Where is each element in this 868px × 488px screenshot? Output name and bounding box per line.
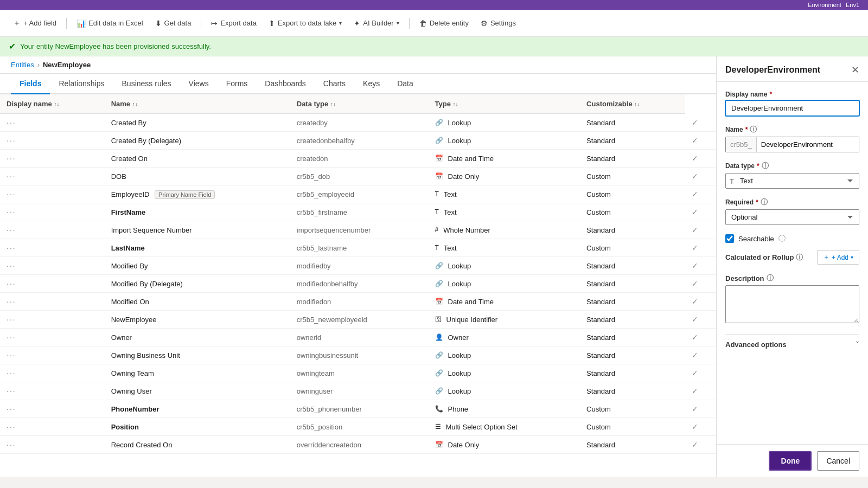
- table-row[interactable]: ··· Created On createdon 📅 Date and Time…: [0, 150, 716, 168]
- row-dots[interactable]: ···: [0, 329, 105, 346]
- row-dots[interactable]: ···: [0, 221, 105, 239]
- success-message: Your entity NewEmployee has been provisi…: [20, 42, 211, 50]
- description-textarea[interactable]: [725, 285, 859, 323]
- table-header-row: Display name ↑↓ Name ↑↓ Data type ↑↓ Typ…: [0, 94, 716, 114]
- table-row[interactable]: ··· Owning User owninguser 🔗 Lookup Stan…: [0, 382, 716, 400]
- tab-data[interactable]: Data: [388, 74, 422, 94]
- table-row[interactable]: ··· Created By createdby 🔗 Lookup Standa…: [0, 114, 716, 132]
- settings-button[interactable]: ⚙ Settings: [476, 17, 520, 30]
- searchable-label: Searchable: [738, 235, 774, 243]
- row-dots[interactable]: ···: [0, 150, 105, 168]
- table-row[interactable]: ··· Owning Team owningteam 🔗 Lookup Stan…: [0, 364, 716, 382]
- col-data-type[interactable]: Data type ↑↓: [290, 94, 429, 114]
- row-customizable: ✓: [685, 132, 716, 150]
- env-label: Environment: [808, 2, 841, 8]
- row-type: Standard: [580, 114, 685, 132]
- display-name-input[interactable]: [725, 100, 859, 116]
- export-lake-button[interactable]: ⬆ Export to data lake ▾: [264, 17, 346, 30]
- row-display-name: Import Sequence Number: [105, 221, 290, 239]
- row-type: Standard: [580, 221, 685, 239]
- display-name-required: *: [769, 91, 772, 98]
- breadcrumb-entities[interactable]: Entities: [11, 61, 34, 69]
- row-dots[interactable]: ···: [0, 257, 105, 275]
- row-dots[interactable]: ···: [0, 239, 105, 257]
- required-info-icon[interactable]: ⓘ: [761, 197, 768, 207]
- table-row[interactable]: ··· Import Sequence Number importsequenc…: [0, 221, 716, 239]
- row-dots[interactable]: ···: [0, 346, 105, 364]
- tab-relationships[interactable]: Relationships: [50, 74, 113, 94]
- searchable-info-icon[interactable]: ⓘ: [778, 234, 786, 243]
- row-dots[interactable]: ···: [0, 275, 105, 293]
- breadcrumb-current: NewEmployee: [43, 61, 91, 69]
- row-name: createdby: [290, 114, 429, 132]
- table-row[interactable]: ··· Modified On modifiedon 📅 Date and Ti…: [0, 293, 716, 311]
- tab-charts[interactable]: Charts: [315, 74, 354, 94]
- table-row[interactable]: ··· PhoneNumber cr5b5_phonenumber 📞 Phon…: [0, 400, 716, 418]
- row-name: cr5b5_position: [290, 418, 429, 436]
- row-name: cr5b5_firstname: [290, 203, 429, 221]
- row-dots[interactable]: ···: [0, 364, 105, 382]
- row-type: Custom: [580, 239, 685, 257]
- panel-close-button[interactable]: ✕: [851, 64, 859, 76]
- required-select[interactable]: Optional Required Recommended: [725, 209, 859, 225]
- type-select-icon: T: [730, 177, 734, 185]
- tab-dashboards[interactable]: Dashboards: [256, 74, 315, 94]
- cancel-button[interactable]: Cancel: [817, 451, 859, 471]
- row-dots[interactable]: ···: [0, 293, 105, 311]
- table-row[interactable]: ··· LastName cr5b5_lastname T Text Custo…: [0, 239, 716, 257]
- table-row[interactable]: ··· Owner ownerid 👤 Owner Standard ✓: [0, 329, 716, 346]
- row-dots[interactable]: ···: [0, 203, 105, 221]
- row-display-name: NewEmployee: [105, 311, 290, 329]
- col-display-name[interactable]: Display name ↑↓: [0, 94, 105, 114]
- row-customizable: ✓: [685, 168, 716, 185]
- col-customizable[interactable]: Customizable ↑↓: [580, 94, 685, 114]
- table-row[interactable]: ··· FirstName cr5b5_firstname T Text Cus…: [0, 203, 716, 221]
- table-row[interactable]: ··· Position cr5b5_position ☰ Multi Sele…: [0, 418, 716, 436]
- col-type[interactable]: Type ↑↓: [429, 94, 580, 114]
- row-dots[interactable]: ···: [0, 436, 105, 454]
- row-dots[interactable]: ···: [0, 168, 105, 185]
- desc-info-icon[interactable]: ⓘ: [767, 273, 774, 283]
- tab-keys[interactable]: Keys: [354, 74, 388, 94]
- table-row[interactable]: ··· Record Created On overriddencreatedo…: [0, 436, 716, 454]
- row-name: modifiedonbehalfby: [290, 275, 429, 293]
- advanced-options-row[interactable]: Advanced options ˅: [725, 334, 859, 354]
- ai-builder-button[interactable]: ✦ AI Builder ▾: [349, 17, 403, 30]
- data-type-info-icon[interactable]: ⓘ: [762, 161, 769, 171]
- calc-info-icon[interactable]: ⓘ: [796, 253, 803, 262]
- calc-add-button[interactable]: ＋ + Add ▾: [817, 250, 859, 265]
- add-field-button[interactable]: ＋ + Add field: [9, 16, 61, 30]
- tab-business-rules[interactable]: Business rules: [113, 74, 180, 94]
- tab-fields[interactable]: Fields: [11, 74, 50, 94]
- row-dots[interactable]: ···: [0, 114, 105, 132]
- table-row[interactable]: ··· DOB cr5b5_dob 📅 Date Only Custom ✓: [0, 168, 716, 185]
- table-row[interactable]: ··· Owning Business Unit owningbusinessu…: [0, 346, 716, 364]
- name-info-icon[interactable]: ⓘ: [750, 125, 757, 134]
- edit-excel-button[interactable]: 📊 Edit data in Excel: [72, 17, 147, 30]
- row-type: Standard: [580, 346, 685, 364]
- table-row[interactable]: ··· NewEmployee cr5b5_newemployeeid ⚿ Un…: [0, 311, 716, 329]
- row-dots[interactable]: ···: [0, 311, 105, 329]
- table-container[interactable]: Display name ↑↓ Name ↑↓ Data type ↑↓ Typ…: [0, 94, 716, 477]
- row-dots[interactable]: ···: [0, 132, 105, 150]
- delete-entity-button[interactable]: 🗑 Delete entity: [415, 17, 473, 30]
- export-data-button[interactable]: ↦ Export data: [207, 17, 261, 30]
- row-dots[interactable]: ···: [0, 185, 105, 203]
- col-name[interactable]: Name ↑↓: [105, 94, 290, 114]
- row-name: cr5b5_newemployeeid: [290, 311, 429, 329]
- done-button[interactable]: Done: [769, 451, 812, 471]
- table-row[interactable]: ··· Modified By modifiedby 🔗 Lookup Stan…: [0, 257, 716, 275]
- table-row[interactable]: ··· Modified By (Delegate) modifiedonbeh…: [0, 275, 716, 293]
- get-data-button[interactable]: ⬇ Get data: [151, 17, 196, 30]
- row-dots[interactable]: ···: [0, 400, 105, 418]
- searchable-checkbox[interactable]: [725, 234, 734, 243]
- table-row[interactable]: ··· Created By (Delegate) createdonbehal…: [0, 132, 716, 150]
- row-data-type: T Text: [429, 185, 580, 203]
- tab-views[interactable]: Views: [180, 74, 218, 94]
- name-input[interactable]: [757, 137, 859, 152]
- table-row[interactable]: ··· EmployeeID Primary Name Field cr5b5_…: [0, 185, 716, 203]
- data-type-select[interactable]: Text Number Date and Time Date Only Look…: [725, 173, 859, 189]
- row-dots[interactable]: ···: [0, 418, 105, 436]
- row-dots[interactable]: ···: [0, 382, 105, 400]
- tab-forms[interactable]: Forms: [218, 74, 257, 94]
